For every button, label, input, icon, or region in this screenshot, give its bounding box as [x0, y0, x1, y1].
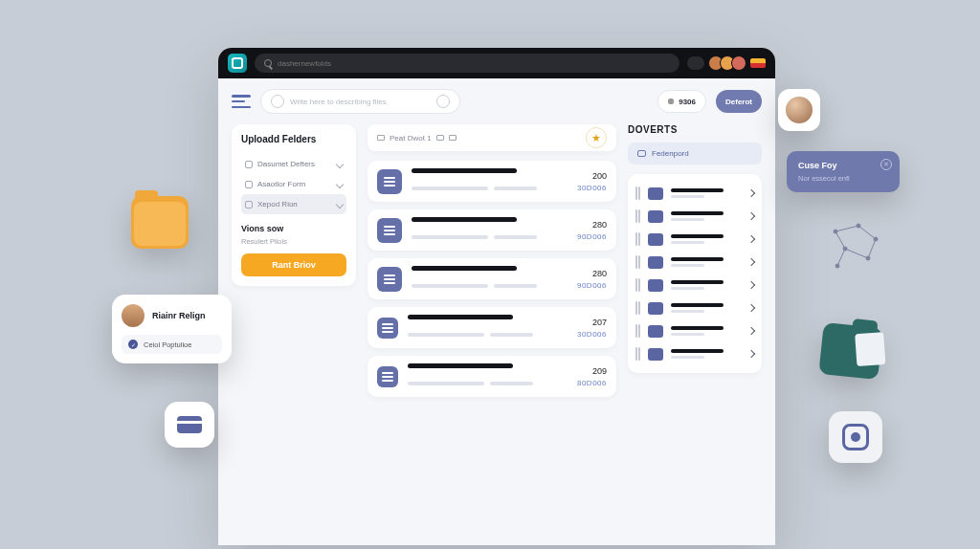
- app-body: Uploadd Felders Dasumet Defters Asaotior…: [218, 124, 775, 405]
- user-card: Riainr Relign ✓ Ceiol Poptulioe: [112, 295, 232, 363]
- rail-item[interactable]: [635, 274, 754, 296]
- chevron-right-icon: [747, 304, 755, 312]
- tooltip-title: Cuse Foy: [798, 161, 888, 170]
- titlebar-right: [687, 55, 766, 71]
- search-input[interactable]: Write here to describing files: [260, 89, 460, 114]
- search-icon: [271, 95, 284, 108]
- rail-button-label: Fedenpord: [652, 149, 689, 158]
- folder-orange-icon: [131, 196, 189, 249]
- file-row[interactable]: 28090D006: [368, 209, 616, 251]
- file-row[interactable]: 28090D006: [368, 258, 616, 299]
- flag-icon[interactable]: [750, 58, 766, 68]
- main-panel: Peat Dwot 1 ★ 20030D006 28090D006 28090D: [368, 124, 616, 405]
- star-button[interactable]: ★: [586, 127, 607, 148]
- upsell-button-label: Rant Briov: [272, 260, 316, 270]
- file-row[interactable]: 20730D006: [368, 307, 616, 348]
- user-tag-row[interactable]: ✓ Ceiol Poptulioe: [122, 335, 222, 354]
- chevron-right-icon: [747, 235, 755, 243]
- titlebar-pill[interactable]: [687, 56, 704, 70]
- chevron-right-icon: [747, 281, 755, 289]
- right-rail: DOVERTS Fedenpord: [628, 124, 762, 405]
- chevron-right-icon: [747, 212, 755, 220]
- file-meta: [412, 217, 568, 243]
- file-icon: [648, 348, 663, 361]
- rail-item[interactable]: [635, 228, 754, 251]
- url-bar[interactable]: dashernewfolds: [255, 54, 679, 73]
- rail-item[interactable]: [635, 205, 754, 228]
- tooltip-card: ✕ Cuse Foy Nor essecol enfi: [787, 151, 900, 192]
- balance-chip[interactable]: 9306: [657, 90, 706, 113]
- svg-line-10: [868, 239, 876, 258]
- file-icon: [648, 210, 663, 223]
- document-sheet-icon: [855, 332, 885, 366]
- file-icon: [648, 302, 663, 315]
- primary-action-button[interactable]: Deferot: [716, 90, 762, 113]
- file-row[interactable]: 20030D006: [368, 161, 616, 202]
- main-toolbar: Peat Dwot 1 ★: [368, 124, 616, 151]
- rail-item[interactable]: [635, 342, 754, 365]
- sidebar-item[interactable]: Asaotior Form: [241, 174, 346, 194]
- title-bar: dashernewfolds: [218, 48, 775, 78]
- sidebar-item-label: Asaotior Form: [257, 180, 305, 188]
- folder-teal-icon: [818, 322, 882, 380]
- balance-value: 9306: [679, 98, 696, 106]
- upsell-button[interactable]: Rant Briov: [241, 253, 346, 276]
- file-row[interactable]: 20980D006: [368, 356, 616, 397]
- user-name: Riainr Relign: [152, 311, 206, 320]
- sidebar-item[interactable]: Dasumet Defters: [241, 154, 346, 174]
- file-meta: [408, 363, 568, 389]
- file-meta: [412, 266, 568, 292]
- box-icon: [637, 150, 646, 157]
- chevron-down-icon: [336, 180, 344, 187]
- check-badge-icon: ✓: [128, 340, 138, 349]
- avatar-icon: [786, 97, 813, 123]
- primary-action-label: Deferot: [725, 98, 752, 106]
- chevron-right-icon: [747, 189, 755, 197]
- sidebar-item[interactable]: Xepod Rion: [241, 194, 346, 214]
- svg-line-7: [858, 226, 876, 239]
- sidebar-item-label: Xepod Rion: [257, 200, 298, 209]
- sidebar-upsell-text: Resulert Pliols: [241, 237, 346, 246]
- graph-decoration: [828, 220, 885, 274]
- rail-item[interactable]: [635, 182, 754, 205]
- toolbar-label: Peat Dwot 1: [390, 134, 432, 143]
- close-icon[interactable]: ✕: [880, 159, 892, 170]
- document-icon: [377, 267, 402, 292]
- svg-line-8: [835, 231, 845, 249]
- folder-icon: [245, 201, 253, 209]
- search-icon: [264, 59, 272, 67]
- folder-icon: [245, 181, 253, 188]
- avatar-stack[interactable]: [708, 55, 746, 71]
- sidebar-upsell-title: Vions sow: [241, 224, 346, 233]
- rail-item[interactable]: [635, 296, 754, 319]
- url-text: dashernewfolds: [278, 59, 331, 68]
- file-code: 90D006: [577, 232, 607, 241]
- list-icon: [449, 135, 457, 141]
- file-size: 280: [577, 220, 607, 230]
- file-size: 200: [577, 171, 607, 181]
- svg-line-9: [845, 249, 868, 258]
- file-icon: [648, 279, 663, 292]
- rail-item[interactable]: [635, 319, 754, 342]
- file-code: 90D006: [577, 281, 607, 290]
- file-size: 280: [577, 269, 607, 278]
- file-icon: [648, 233, 663, 246]
- rail-list: [628, 174, 762, 373]
- menu-button[interactable]: [232, 95, 251, 108]
- wallet-icon: [668, 99, 674, 104]
- svg-line-11: [837, 249, 845, 266]
- document-icon: [377, 318, 398, 339]
- rail-action-button[interactable]: Fedenpord: [628, 143, 762, 165]
- file-code: 30D006: [577, 330, 607, 339]
- toolbar-left[interactable]: Peat Dwot 1: [377, 134, 457, 143]
- rail-item[interactable]: [635, 251, 754, 274]
- grid-icon: [436, 135, 444, 141]
- avatar-icon: [731, 55, 746, 71]
- folder-icon: [245, 161, 253, 168]
- sidebar-title: Uploadd Felders: [241, 134, 346, 144]
- file-meta: [412, 168, 568, 194]
- chevron-right-icon: [747, 350, 755, 358]
- chevron-right-icon: [747, 327, 755, 335]
- app-logo-icon: [228, 54, 247, 73]
- chevron-down-icon: [336, 200, 344, 208]
